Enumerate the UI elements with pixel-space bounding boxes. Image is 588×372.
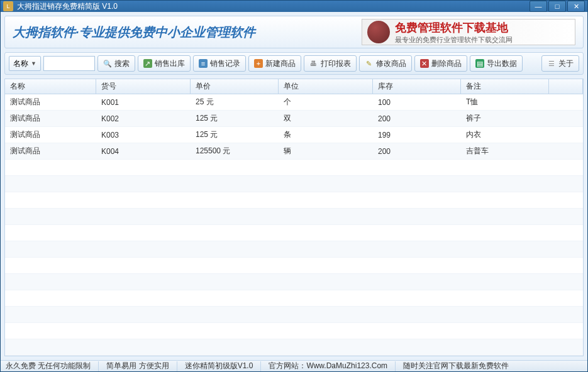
- pencil-icon: ✎: [365, 59, 374, 68]
- info-icon: ☰: [547, 59, 556, 68]
- table-row[interactable]: 测试商品K002125 元双200裤子: [5, 111, 583, 127]
- cell-stock: 200: [373, 143, 461, 159]
- export-icon: ▤: [475, 59, 484, 68]
- new-item-button[interactable]: + 新建商品: [248, 55, 301, 72]
- cell-price: 125 元: [191, 127, 279, 143]
- toolbar: 名称 ▼ 🔍 搜索 ↗ 销售出库 ≡ 销售记录 + 新建商品 🖶: [4, 52, 584, 75]
- cell-note: 内衣: [461, 127, 549, 143]
- print-button[interactable]: 🖶 打印报表: [304, 55, 357, 72]
- banner: 大拇指软件·专业提供免费中小企业管理软件 免费管理软件下载基地 最专业的免费行业…: [4, 16, 584, 48]
- grid-body[interactable]: 测试商品K00125 元个100T恤测试商品K002125 元双200裤子测试商…: [5, 94, 583, 356]
- cell-code: K001: [96, 94, 191, 110]
- empty-row: [5, 323, 583, 339]
- empty-row: [5, 307, 583, 323]
- edit-button[interactable]: ✎ 修改商品: [359, 55, 412, 72]
- empty-row: [5, 274, 583, 290]
- data-grid: 名称 货号 单价 单位 库存 备注 测试商品K00125 元个100T恤测试商品…: [4, 79, 584, 356]
- empty-row: [5, 258, 583, 274]
- slogan-text: 大拇指软件·专业提供免费中小企业管理软件: [13, 24, 255, 41]
- cell-price: 125 元: [191, 111, 279, 126]
- grid-header: 名称 货号 单价 单位 库存 备注: [5, 79, 583, 94]
- sale-out-button[interactable]: ↗ 销售出库: [138, 55, 191, 72]
- cell-code: K003: [96, 127, 191, 143]
- empty-row: [5, 339, 583, 356]
- cell-unit: 双: [279, 111, 373, 126]
- col-unit[interactable]: 单位: [279, 79, 373, 94]
- search-input[interactable]: [43, 56, 95, 71]
- search-button[interactable]: 🔍 搜索: [97, 55, 135, 72]
- sale-record-button[interactable]: ≡ 销售记录: [193, 55, 246, 72]
- ad-banner[interactable]: 免费管理软件下载基地 最专业的免费行业管理软件下载交流网: [362, 19, 575, 45]
- cell-note: 吉普车: [461, 143, 549, 159]
- cell-name: 测试商品: [5, 143, 96, 159]
- export-button[interactable]: ▤ 导出数据: [470, 55, 523, 72]
- filter-label: 名称: [13, 58, 28, 69]
- status-1: 永久免费 无任何功能限制: [6, 361, 91, 371]
- maximize-button[interactable]: □: [548, 1, 566, 12]
- content-area: 大拇指软件·专业提供免费中小企业管理软件 免费管理软件下载基地 最专业的免费行业…: [1, 12, 587, 360]
- minimize-button[interactable]: —: [530, 1, 547, 12]
- cell-price: 25 元: [191, 94, 279, 110]
- cell-stock: 100: [373, 94, 461, 110]
- titlebar[interactable]: L 大拇指进销存免费精简版 V1.0 — □ ✕: [1, 1, 587, 12]
- empty-row: [5, 290, 583, 307]
- printer-icon: 🖶: [309, 59, 318, 68]
- cell-note: T恤: [461, 94, 549, 110]
- app-icon: L: [3, 1, 13, 11]
- filter-select[interactable]: 名称 ▼: [9, 56, 41, 71]
- globe-icon: [367, 21, 390, 43]
- col-note[interactable]: 备注: [461, 79, 549, 94]
- empty-row: [5, 225, 583, 241]
- ad-subtitle: 最专业的免费行业管理软件下载交流网: [395, 35, 513, 45]
- cell-name: 测试商品: [5, 127, 96, 143]
- table-row[interactable]: 测试商品K004125500 元辆200吉普车: [5, 143, 583, 160]
- search-icon: 🔍: [103, 59, 112, 68]
- col-code[interactable]: 货号: [96, 79, 191, 94]
- cell-unit: 个: [279, 94, 373, 110]
- delete-button[interactable]: ✕ 删除商品: [414, 55, 467, 72]
- status-2: 简单易用 方便实用: [106, 361, 169, 371]
- close-button[interactable]: ✕: [567, 1, 585, 12]
- plus-icon: +: [254, 59, 263, 68]
- chevron-down-icon: ▼: [31, 60, 36, 67]
- list-icon: ≡: [199, 59, 208, 68]
- window-title: 大拇指进销存免费精简版 V1.0: [17, 1, 530, 12]
- status-4: 官方网站：Www.DaMuZhi123.Com: [269, 361, 387, 371]
- empty-row: [5, 176, 583, 192]
- table-row[interactable]: 测试商品K003125 元条199内衣: [5, 127, 583, 143]
- col-price[interactable]: 单价: [191, 79, 279, 94]
- col-spacer: [549, 79, 583, 94]
- cell-note: 裤子: [461, 111, 549, 126]
- cell-stock: 200: [373, 111, 461, 126]
- empty-row: [5, 209, 583, 225]
- app-window: L 大拇指进销存免费精简版 V1.0 — □ ✕ 大拇指软件·专业提供免费中小企…: [0, 0, 588, 372]
- col-name[interactable]: 名称: [5, 79, 96, 94]
- cell-unit: 辆: [279, 143, 373, 159]
- cell-code: K002: [96, 111, 191, 126]
- trash-icon: ✕: [420, 59, 429, 68]
- statusbar: 永久免费 无任何功能限制 简单易用 方便实用 迷你精简初级版V1.0 官方网站：…: [1, 360, 587, 371]
- cell-code: K004: [96, 143, 191, 159]
- cell-price: 125500 元: [191, 143, 279, 159]
- arrow-out-icon: ↗: [143, 59, 152, 68]
- cell-unit: 条: [279, 127, 373, 143]
- status-3: 迷你精简初级版V1.0: [185, 361, 253, 371]
- cell-name: 测试商品: [5, 94, 96, 110]
- empty-row: [5, 241, 583, 258]
- ad-title: 免费管理软件下载基地: [395, 20, 513, 35]
- cell-name: 测试商品: [5, 111, 96, 126]
- about-button[interactable]: ☰ 关于: [541, 55, 579, 72]
- col-stock[interactable]: 库存: [373, 79, 461, 94]
- cell-stock: 199: [373, 127, 461, 143]
- table-row[interactable]: 测试商品K00125 元个100T恤: [5, 94, 583, 111]
- status-5: 随时关注官网下载最新免费软件: [403, 361, 509, 371]
- empty-row: [5, 160, 583, 176]
- empty-row: [5, 192, 583, 209]
